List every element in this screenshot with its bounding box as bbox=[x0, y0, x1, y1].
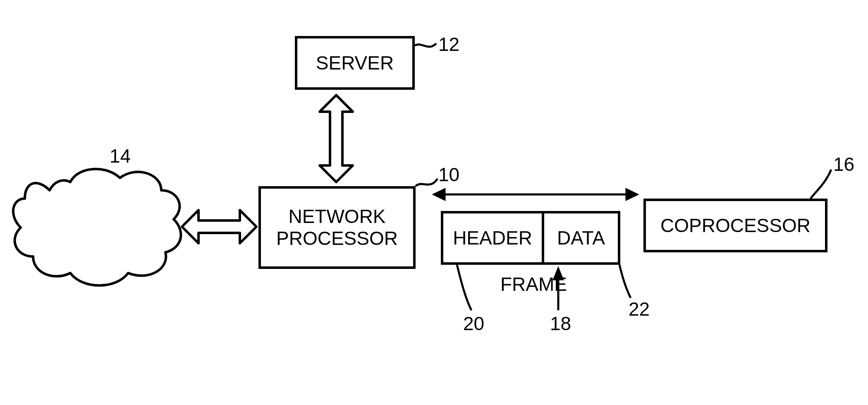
leader-20 bbox=[457, 265, 471, 310]
data-label: DATA bbox=[557, 227, 605, 249]
network-processor-label: NETWORK PROCESSOR bbox=[276, 206, 398, 249]
diagram-stage: SERVER NETWORK PROCESSOR HEADER DATA COP… bbox=[0, 0, 868, 405]
leader-22 bbox=[619, 265, 631, 298]
server-block: SERVER bbox=[295, 36, 415, 90]
header-label: HEADER bbox=[453, 227, 532, 249]
ref-16: 16 bbox=[833, 153, 854, 175]
network-label: NETWORK bbox=[50, 215, 147, 237]
leader-10 bbox=[416, 179, 438, 186]
ref-22: 22 bbox=[629, 298, 650, 320]
leader-12 bbox=[415, 43, 436, 47]
ref-14: 14 bbox=[110, 145, 131, 167]
header-block: HEADER bbox=[441, 211, 544, 265]
ref-12: 12 bbox=[438, 33, 459, 55]
arrow-processor-to-coprocessor bbox=[434, 189, 637, 199]
coprocessor-label: COPROCESSOR bbox=[660, 215, 811, 237]
server-label: SERVER bbox=[316, 52, 394, 74]
frame-label: FRAME bbox=[500, 273, 567, 295]
coprocessor-block: COPROCESSOR bbox=[643, 199, 827, 252]
ref-20: 20 bbox=[463, 312, 484, 335]
network-processor-block: NETWORK PROCESSOR bbox=[258, 186, 416, 269]
arrow-server-to-processor bbox=[320, 95, 353, 182]
ref-10: 10 bbox=[438, 163, 459, 186]
leader-16 bbox=[811, 170, 831, 199]
svg-marker-2 bbox=[626, 189, 637, 199]
data-block: DATA bbox=[542, 211, 620, 265]
arrow-network-to-processor bbox=[182, 210, 256, 243]
ref-18: 18 bbox=[550, 312, 571, 335]
svg-marker-1 bbox=[434, 189, 445, 199]
